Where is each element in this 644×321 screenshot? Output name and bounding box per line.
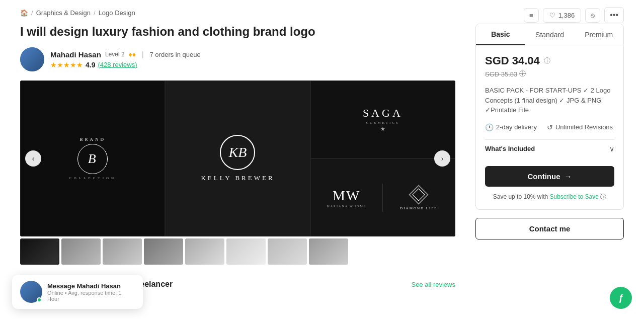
review-count-link[interactable]: (428 reviews): [98, 61, 137, 68]
price-info-icon[interactable]: ⓘ: [544, 56, 550, 65]
package-tabs: Basic Standard Premium: [476, 24, 623, 45]
more-icon: •••: [610, 11, 618, 19]
contact-button[interactable]: Contact me: [475, 218, 624, 239]
breadcrumb-sep-1: /: [31, 9, 33, 17]
original-price-info-icon[interactable]: ⓘ: [519, 69, 526, 78]
share-icon: ⎋: [591, 12, 595, 19]
queue-info: 7 orders in queue: [150, 51, 201, 58]
breadcrumb-sep-2: /: [94, 9, 96, 17]
package-description: BASIC PACK - FOR START-UPS ✓ 2 Logo Conc…: [485, 86, 614, 115]
chat-seller-name: Message Mahadi Hasan: [47, 282, 135, 290]
header-actions: ≡ ♡ 1,386 ⎋ •••: [524, 0, 624, 23]
home-icon[interactable]: 🏠: [20, 9, 28, 17]
breadcrumb-logo-design: Logo Design: [99, 9, 135, 17]
package-content: SGD 34.04 ⓘ SGD 35.83 ⓘ BASIC PACK - FOR…: [476, 45, 623, 209]
level-badge: ♦♦: [129, 50, 136, 58]
continue-button[interactable]: Continue →: [485, 166, 614, 187]
original-price: SGD 35.83: [485, 70, 517, 78]
like-button[interactable]: ♡ 1,386: [543, 8, 582, 23]
list-view-button[interactable]: ≡: [524, 8, 539, 23]
chat-bubble[interactable]: Message Mahadi Hasan Online • Avg. respo…: [12, 275, 143, 295]
logo-saga: SAGA COSMETICS ★: [310, 81, 455, 158]
star-rating-icon: ★★★★★: [50, 61, 83, 69]
list-icon: ≡: [529, 12, 533, 19]
delivery-days: 2-day delivery: [496, 123, 537, 131]
chevron-down-icon: ∨: [609, 145, 614, 153]
avatar: [20, 47, 44, 71]
subscribe-to-save-link[interactable]: Subscribe to Save: [550, 193, 599, 200]
breadcrumb: 🏠 / Graphics & Design / Logo Design: [20, 0, 135, 24]
online-status: Online: [47, 290, 63, 295]
thumbnail-7[interactable]: [268, 238, 307, 265]
chat-info: Message Mahadi Hasan Online • Avg. respo…: [47, 282, 135, 295]
fiverr-logo: ƒ: [618, 293, 623, 295]
seller-meta: Mahadi Hasan Level 2 ♦♦ | 7 orders in qu…: [50, 50, 201, 69]
gig-title: I will design luxury fashion and clothin…: [20, 24, 455, 39]
thumbnail-6[interactable]: [226, 238, 266, 265]
chat-avatar: [20, 281, 42, 295]
thumbnail-1[interactable]: [20, 238, 59, 265]
logo-brand-collection: BRAND b COLLECTION: [20, 81, 165, 236]
gallery-main-image: BRAND b COLLECTION KB KELLY BRE: [20, 81, 455, 236]
chat-meta: Online • Avg. response time: 1 Hour: [47, 290, 135, 295]
thumbnail-3[interactable]: [103, 238, 142, 265]
gallery-prev-button[interactable]: ‹: [25, 150, 41, 167]
thumbnail-2[interactable]: [61, 238, 101, 265]
seller-info: Mahadi Hasan Level 2 ♦♦ | 7 orders in qu…: [20, 47, 455, 71]
delivery-info: 🕐 2-day delivery ↺ Unlimited Revisions: [485, 123, 614, 131]
share-button[interactable]: ⎋: [585, 8, 600, 23]
tab-premium[interactable]: Premium: [574, 24, 623, 45]
see-all-reviews-link[interactable]: See all reviews: [412, 281, 455, 288]
delivery-time: 🕐 2-day delivery: [485, 123, 537, 131]
rating-number: 4.9: [86, 61, 95, 69]
whats-included-toggle[interactable]: What's Included ∨: [485, 139, 614, 158]
tab-standard[interactable]: Standard: [525, 24, 575, 45]
subscribe-info-icon[interactable]: ⓘ: [600, 193, 606, 200]
seller-name[interactable]: Mahadi Hasan: [50, 50, 101, 59]
continue-label: Continue: [528, 172, 560, 181]
likes-count: 1,386: [558, 12, 575, 19]
breadcrumb-graphics-design[interactable]: Graphics & Design: [36, 9, 91, 17]
gallery-thumbnails: [20, 238, 455, 265]
seller-level: Level 2: [105, 51, 125, 58]
thumbnail-8[interactable]: [309, 238, 348, 265]
subscribe-save-text: Save up to 10% with Subscribe to Save ⓘ: [485, 193, 614, 201]
refresh-icon: ↺: [547, 123, 553, 131]
current-price: SGD 34.04: [485, 54, 540, 67]
more-options-button[interactable]: •••: [604, 7, 624, 23]
package-card: Basic Standard Premium SGD 34.04 ⓘ SGD 3…: [475, 24, 624, 210]
revisions-info: ↺ Unlimited Revisions: [547, 123, 613, 131]
arrow-icon: →: [565, 172, 572, 181]
clock-icon: 🕐: [485, 123, 494, 131]
whats-included-label: What's Included: [485, 145, 535, 152]
thumbnail-4[interactable]: [144, 238, 183, 265]
logo-mw-diamond: MW MARIANA WHOMS DIA: [310, 158, 455, 236]
tab-basic[interactable]: Basic: [476, 24, 525, 45]
thumbnail-5[interactable]: [185, 238, 224, 265]
heart-icon: ♡: [549, 12, 555, 19]
revisions-label: Unlimited Revisions: [555, 123, 613, 131]
sidebar: Basic Standard Premium SGD 34.04 ⓘ SGD 3…: [475, 24, 624, 239]
gallery-next-button[interactable]: ›: [434, 150, 450, 167]
logo-kelly-brewer: KB KELLY BREWER: [165, 81, 310, 236]
